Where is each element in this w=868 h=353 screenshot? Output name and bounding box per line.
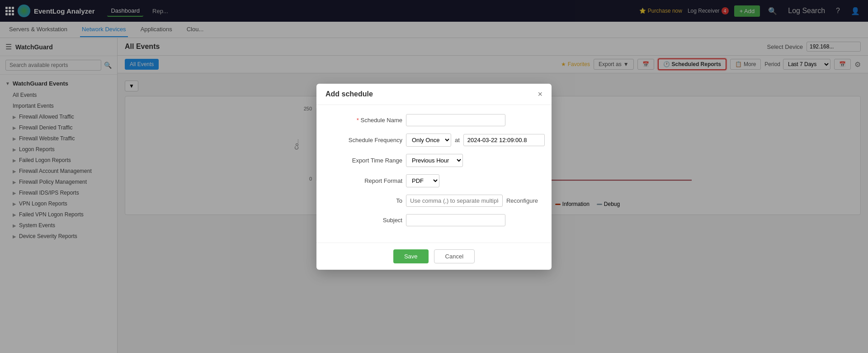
export-time-label: Export Time Range [330, 157, 402, 164]
frequency-label: Schedule Frequency [330, 137, 402, 143]
at-label: at [455, 137, 460, 143]
form-row-report-format: Report Format PDF CSV HTML [330, 174, 538, 187]
schedule-name-label: * Schedule Name [330, 117, 402, 124]
subject-input[interactable] [406, 214, 505, 226]
report-format-select[interactable]: PDF CSV HTML [406, 174, 439, 187]
frequency-select[interactable]: Only Once Daily Weekly Monthly [406, 134, 451, 147]
report-format-label: Report Format [330, 177, 402, 184]
cancel-button[interactable]: Cancel [434, 249, 475, 263]
form-row-subject: Subject [330, 214, 538, 226]
reconfigure-link[interactable]: Reconfigure [506, 197, 538, 204]
add-schedule-modal: Add schedule × * Schedule Name Schedule … [316, 84, 552, 270]
modal-body: * Schedule Name Schedule Frequency Only … [316, 105, 552, 243]
datetime-input[interactable] [463, 134, 545, 146]
form-row-frequency: Schedule Frequency Only Once Daily Weekl… [330, 134, 538, 147]
subject-label: Subject [330, 217, 402, 224]
save-button[interactable]: Save [393, 249, 429, 263]
modal-header: Add schedule × [316, 84, 552, 105]
modal-close-btn[interactable]: × [538, 90, 542, 98]
form-row-export-time: Export Time Range Previous Hour Previous… [330, 154, 538, 167]
to-label: To [330, 197, 402, 204]
to-email-input[interactable] [406, 195, 503, 207]
modal-title: Add schedule [326, 90, 373, 98]
required-star: * [357, 117, 361, 124]
export-time-select[interactable]: Previous Hour Previous Day Previous Week [406, 154, 463, 167]
form-row-schedule-name: * Schedule Name [330, 114, 538, 126]
schedule-name-input[interactable] [406, 114, 505, 126]
form-row-to: To Reconfigure [330, 195, 538, 207]
frequency-group: Only Once Daily Weekly Monthly at [406, 134, 545, 147]
modal-overlay[interactable]: Add schedule × * Schedule Name Schedule … [0, 0, 868, 353]
modal-footer: Save Cancel [316, 243, 552, 270]
